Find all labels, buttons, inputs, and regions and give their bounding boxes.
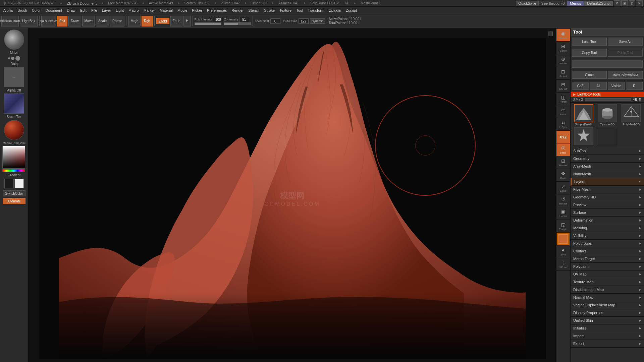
make-polymesh3d-button[interactable]: Make PolyMesh3D [608, 71, 643, 79]
initialize-header[interactable]: Initialize▶ [571, 324, 644, 332]
menu-layer[interactable]: Layer [100, 8, 113, 13]
menu-stroke[interactable]: Stroke [262, 8, 277, 13]
cylinder3d-thumb[interactable] [598, 104, 617, 122]
solo-btn[interactable]: ● Solo [556, 245, 570, 258]
menu-transform[interactable]: Transform [306, 8, 326, 13]
brush-icon-btn[interactable]: ◉ Brush [556, 29, 570, 42]
local-btn[interactable]: ⦿ Local [556, 143, 570, 156]
xpose-btn[interactable]: ⊹ XPose [556, 258, 570, 271]
uv-map-header[interactable]: UV Map▶ [571, 270, 644, 278]
unified-skin-header[interactable]: Unified Skin▶ [571, 317, 644, 324]
frame-btn[interactable]: ⊞ Frame [556, 156, 570, 169]
color-picker[interactable] [2, 146, 26, 172]
menu-macro[interactable]: Macro [126, 8, 141, 13]
brush-preview[interactable] [4, 29, 24, 50]
switch-color-button[interactable]: SwitchColor [3, 190, 25, 196]
menu-edit[interactable]: Edit [78, 8, 89, 13]
menu-material[interactable]: Material [158, 8, 175, 13]
canvas-area[interactable]: 模型网 CGMODEL.COM ▼ [29, 28, 556, 362]
color-gradient[interactable] [2, 146, 25, 169]
polymesh3d-preview[interactable]: PolyMesh3D [620, 104, 643, 126]
lsym-btn[interactable]: ≋ L.Sym [556, 118, 570, 131]
menu-alpha[interactable]: Alpha [1, 8, 15, 13]
goz-button[interactable]: GoZ [572, 82, 589, 90]
menu-draw[interactable]: Draw [65, 8, 77, 13]
load-tool-button[interactable]: Load Tool [572, 38, 607, 46]
zeub-button[interactable]: Zeub [170, 16, 183, 26]
draw-button[interactable]: Draw [68, 16, 81, 26]
export-button[interactable] [572, 60, 643, 68]
rgb-button[interactable]: Rgb [142, 16, 152, 26]
layers-header[interactable]: Layers▼ [572, 178, 644, 185]
white-swatch[interactable] [14, 179, 24, 188]
rotate2-btn[interactable]: ↺ Rotate [556, 194, 570, 207]
star-preview[interactable] [572, 127, 595, 145]
draw-size-value[interactable]: 122 [299, 18, 309, 24]
visibility-header[interactable]: Visibility▶ [571, 232, 644, 239]
menu-picker[interactable]: Picker [190, 8, 204, 13]
scale-button[interactable]: Scale [96, 16, 109, 26]
menus-button[interactable]: Menus [567, 1, 584, 6]
mrgb-button[interactable]: Mrgb [128, 16, 141, 26]
r-button[interactable]: R [626, 82, 643, 90]
fibermesh-header[interactable]: FiberMesh▶ [571, 186, 644, 193]
surface-header[interactable]: Surface▶ [571, 209, 644, 216]
menu-preferences[interactable]: Preferences [205, 8, 229, 13]
close-icon[interactable]: ✕ [636, 0, 643, 6]
blank-preview[interactable] [596, 127, 619, 145]
transp-btn[interactable]: ◱ Transp [556, 220, 570, 233]
hue-slider[interactable] [2, 169, 25, 172]
arraymesh-header[interactable]: ArrayMesh▶ [571, 163, 644, 170]
clone-button[interactable]: Clone [572, 71, 607, 79]
z-intensity-value[interactable]: 51 [239, 17, 249, 22]
see-through-button[interactable]: See-through 0 [539, 1, 567, 6]
aahalf-btn[interactable]: ⊟ AAHalf [556, 80, 570, 93]
simple-brush-preview[interactable]: SimpleBrush [572, 104, 595, 126]
uv-fill-btn[interactable]: ▣ Uv Fill [556, 207, 570, 220]
z-intensity-slider[interactable] [224, 22, 251, 25]
geometry-header[interactable]: Geometry▶ [571, 155, 644, 162]
star-thumb[interactable] [574, 127, 593, 145]
menu-file[interactable]: File [89, 8, 99, 13]
rgb-intensity-slider[interactable] [195, 22, 221, 25]
actual-btn[interactable]: ⊡ Actual [556, 67, 570, 80]
scale2-btn[interactable]: ⤢ Scale [556, 182, 570, 194]
dots-preview[interactable] [8, 56, 20, 61]
alternate-button[interactable]: Alternate [3, 198, 25, 204]
black-swatch[interactable] [4, 179, 14, 188]
menu-zscript[interactable]: Zscript [344, 8, 359, 13]
h-button[interactable]: H [183, 16, 191, 26]
polymesh3d-thumb[interactable] [622, 104, 641, 122]
import-header[interactable]: Import▶ [571, 332, 644, 340]
displacement-map-header[interactable]: Displacement Map▶ [571, 286, 644, 293]
deformation-header[interactable]: Deformation▶ [571, 217, 644, 224]
move2-btn[interactable]: ✥ Move [556, 169, 570, 182]
nanomesh-header[interactable]: NanoMesh▶ [571, 170, 644, 178]
all-button[interactable]: All [590, 82, 607, 90]
cylinder3d-preview[interactable]: Cylinder3D [596, 104, 619, 126]
morph-target-header[interactable]: Morph Target▶ [571, 255, 644, 262]
display-properties-header[interactable]: Display Properties▶ [571, 309, 644, 316]
edit-button[interactable]: Edit [57, 16, 67, 26]
masking-header[interactable]: Masking▶ [571, 224, 644, 232]
xyz-btn[interactable]: XYZ [556, 131, 570, 143]
menu-texture[interactable]: Texture [277, 8, 293, 13]
focal-shift-value[interactable]: 0 [270, 18, 280, 24]
vector-displacement-map-header[interactable]: Vector Displacement Map▶ [571, 301, 644, 309]
projection-master-button[interactable]: Projection Master [1, 16, 19, 26]
alpha-preview[interactable]: — [4, 67, 24, 87]
simple-brush-thumb[interactable] [574, 104, 593, 122]
lightbox-tools-header[interactable]: ▶ Lightbox\Tools [571, 92, 644, 97]
persp-btn[interactable]: ◫ Persp [556, 93, 570, 105]
spix-value[interactable]: 48 [633, 98, 637, 102]
toolbar-icon-2[interactable]: ▣ [621, 0, 628, 6]
normal-map-header[interactable]: Normal Map▶ [571, 294, 644, 301]
menu-zplugin[interactable]: Zplugin [327, 8, 343, 13]
defaultzscript-button[interactable]: DefaultZScript [584, 1, 613, 6]
zoom-btn[interactable]: ⊕ Zoom [556, 54, 570, 67]
contact-header[interactable]: Contact▶ [571, 247, 644, 255]
menu-stencil[interactable]: Stencil [246, 8, 261, 13]
texture-map-header[interactable]: Texture Map▶ [571, 278, 644, 286]
rotate-button[interactable]: Rotate [110, 16, 124, 26]
toolbar-icon-1[interactable]: ⚙ [614, 0, 621, 6]
